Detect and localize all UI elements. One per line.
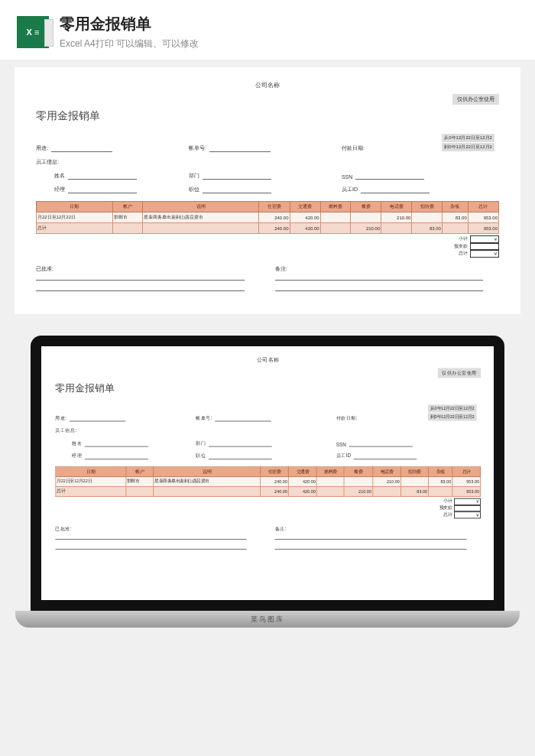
header-title: 零用金报销单: [60, 14, 199, 34]
laptop-base: 菜鸟图库: [15, 611, 520, 628]
cell: 83.00: [412, 223, 442, 234]
page-header: X ≡ 零用金报销单 Excel A4打印 可以编辑、可以修改: [0, 0, 535, 60]
total-label: 总计: [447, 250, 470, 258]
header-text: 零用金报销单 Excel A4打印 可以编辑、可以修改: [60, 14, 199, 50]
header-subtitle: Excel A4打印 可以编辑、可以修改: [60, 37, 199, 50]
empid-label: 员工ID: [342, 186, 358, 193]
sheet-title: 零用金报销单: [36, 109, 499, 123]
cell: [381, 223, 412, 234]
ssn-input[interactable]: [355, 173, 424, 180]
advance-value[interactable]: [470, 243, 499, 250]
statement-no-input[interactable]: [215, 415, 271, 421]
approved-label: 已批准:: [36, 265, 54, 273]
purpose-label: 用途:: [36, 144, 48, 152]
payperiod-label: 付款日期:: [336, 414, 358, 421]
subtotal-value: ¥: [470, 235, 499, 243]
payperiod-label: 付款日期:: [342, 144, 365, 152]
advance-label: 预支款: [447, 243, 470, 250]
col-misc: 杂项: [442, 202, 468, 213]
sheet-preview-2: 公司名称 仅供办公室使用 零用金报销单 用途: 帐单号: 付款日期: 从0年12…: [41, 346, 494, 566]
col-date: 日期: [37, 202, 113, 213]
col-total: 总计: [468, 202, 498, 213]
cell: [112, 223, 142, 234]
cell: 240.00: [259, 223, 290, 234]
employee-info-label: 员工信息:: [55, 427, 76, 434]
subtotal-label: 小计: [447, 235, 470, 243]
expense-table: 日期 帐户 说明 住宿费 交通费 燃料费 餐费 电话费 招待费 杂项 总计 月2…: [36, 201, 499, 234]
mgr-input[interactable]: [68, 187, 137, 193]
footer-row: 已批准: 备注:: [36, 265, 499, 294]
col-transport: 交通费: [290, 202, 320, 213]
cell: 总计: [37, 223, 113, 234]
internal-use-note: 仅供办公室使用: [438, 368, 481, 378]
table-header-row: 日期 帐户 说明 住宿费 交通费 燃料费 餐费 电话费 招待费 杂项 总计: [37, 202, 499, 213]
purpose-input[interactable]: [70, 415, 126, 421]
ssn-label: SSN: [342, 174, 352, 180]
cell[interactable]: 星泰商务单出差到山西吕梁市: [143, 213, 259, 223]
cell: [143, 223, 259, 234]
laptop-mockup: 公司名称 仅供办公室使用 零用金报销单 用途: 帐单号: 付款日期: 从0年12…: [31, 336, 504, 628]
cell[interactable]: [412, 213, 442, 223]
pay-dates: 从0年12月22日至12月2 到0年12月22日至12月2: [442, 134, 494, 152]
name-label: 姓名: [54, 172, 65, 180]
cell[interactable]: [351, 213, 381, 223]
purpose-row: 用途: 帐单号: 付款日期: 从0年12月22日至12月2 到0年12月22日至…: [36, 134, 499, 152]
cell[interactable]: 邯郸市: [112, 213, 142, 223]
empid-input[interactable]: [361, 187, 430, 193]
company-name: 公司名称: [36, 81, 499, 89]
col-desc: 说明: [143, 202, 259, 213]
cell: [442, 223, 468, 234]
col-fuel: 燃料费: [320, 202, 350, 213]
employee-info-label: 员工信息:: [36, 158, 59, 166]
expense-table: 日期帐户说明住宿费交通费燃料费餐费电话费招待费杂项总计 月22日至12月22日邯…: [55, 466, 481, 497]
pos-input[interactable]: [203, 187, 271, 193]
cell[interactable]: [320, 213, 350, 223]
cell: 420.00: [290, 223, 320, 234]
excel-icon: X ≡: [17, 16, 49, 48]
table-row-total: 总计240.00420.00210.0083.00953.00: [56, 487, 481, 497]
sheet-title: 零用金报销单: [55, 382, 481, 395]
approved-line[interactable]: [36, 284, 245, 291]
purpose-label: 用途:: [55, 414, 66, 421]
cell[interactable]: 月22日至12月22日: [37, 213, 113, 223]
purpose-input[interactable]: [51, 145, 112, 152]
table-row: 月22日至12月22日 邯郸市 星泰商务单出差到山西吕梁市 240.00 420…: [37, 213, 499, 223]
col-phone: 电话费: [381, 202, 412, 213]
col-lodging: 住宿费: [259, 202, 290, 213]
summary-block: 小计¥ 预支款 总计¥: [36, 235, 499, 258]
cell[interactable]: 240.00: [259, 213, 290, 223]
sheet-preview-1: 公司名称 仅供办公室使用 零用金报销单 用途: 帐单号: 付款日期: 从0年12…: [15, 67, 520, 314]
name-input[interactable]: [68, 173, 137, 180]
notes-line[interactable]: [275, 273, 484, 281]
statement-no-label: 帐单号:: [196, 414, 212, 421]
table-row: 月22日至12月22日邯郸市星泰商务单出差到山西吕梁市240.00420.002…: [56, 477, 481, 487]
cell: [320, 223, 350, 234]
dept-label: 部门: [189, 172, 199, 180]
employee-label-row: 员工信息:: [36, 158, 499, 166]
dept-input[interactable]: [203, 173, 271, 180]
pos-label: 职位: [189, 186, 199, 193]
statement-no-label: 帐单号:: [189, 144, 206, 152]
laptop-screen-inner: 公司名称 仅供办公室使用 零用金报销单 用途: 帐单号: 付款日期: 从0年12…: [41, 346, 494, 600]
to-date: 0年12月22日至12月2: [449, 144, 492, 149]
approved-line[interactable]: [36, 273, 245, 281]
employee-row-2: 经理 职位 员工ID: [36, 186, 499, 193]
table-row-total: 总计 240.00 420.00 210.00 83.00 953.00: [37, 223, 499, 234]
laptop-screen: 公司名称 仅供办公室使用 零用金报销单 用途: 帐单号: 付款日期: 从0年12…: [31, 336, 504, 611]
cell[interactable]: 210.00: [381, 213, 412, 223]
col-entertain: 招待费: [412, 202, 442, 213]
cell[interactable]: 83.00: [442, 213, 468, 223]
cell[interactable]: 953.00: [468, 213, 498, 223]
internal-use-note: 仅供办公室使用: [452, 94, 499, 105]
col-account: 帐户: [112, 202, 142, 213]
notes-line[interactable]: [275, 284, 484, 291]
employee-row-1: 姓名 部门 SSN: [36, 172, 499, 180]
laptop-brand: 菜鸟图库: [251, 615, 284, 625]
from-date: 0年12月22日至12月2: [449, 135, 492, 140]
mgr-label: 经理: [54, 186, 65, 193]
col-meals: 餐费: [351, 202, 381, 213]
cell: 953.00: [468, 223, 498, 234]
cell[interactable]: 420.00: [290, 213, 320, 223]
total-value: ¥: [470, 250, 499, 258]
statement-no-input[interactable]: [209, 145, 271, 152]
